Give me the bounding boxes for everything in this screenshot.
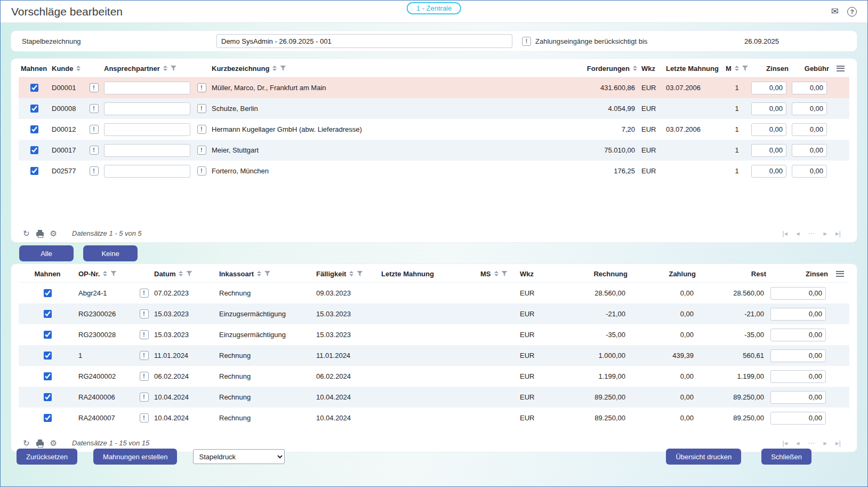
sort-icon[interactable] bbox=[103, 271, 107, 276]
first-page-icon[interactable]: |◂ bbox=[782, 439, 787, 447]
prev-page-icon[interactable]: ◂ bbox=[796, 229, 800, 237]
mahnen-checkbox[interactable] bbox=[44, 414, 52, 422]
ansprechpartner-input[interactable] bbox=[104, 123, 190, 136]
gebuehr-input[interactable] bbox=[792, 82, 827, 94]
openitem-row[interactable]: RG2300028 ! 15.03.2023 Einzugsermächtigu… bbox=[19, 324, 849, 345]
kurzbezeichnung-info-button[interactable]: ! bbox=[197, 146, 206, 155]
op-info-button[interactable]: ! bbox=[140, 351, 149, 360]
gebuehr-input[interactable] bbox=[792, 123, 827, 136]
zinsen-input[interactable] bbox=[751, 123, 786, 136]
filter-icon[interactable] bbox=[280, 66, 286, 71]
last-page-icon[interactable]: ▸| bbox=[835, 229, 841, 237]
close-button[interactable]: Schließen bbox=[761, 449, 811, 465]
mahnen-checkbox[interactable] bbox=[44, 393, 52, 401]
zinsen-input[interactable] bbox=[751, 102, 786, 115]
col-inkassoart[interactable]: Inkassoart bbox=[217, 270, 314, 278]
create-dunning-button[interactable]: Mahnungen erstellen bbox=[93, 449, 177, 465]
sort-icon[interactable] bbox=[349, 271, 353, 276]
customer-row[interactable]: D00001 ! ! Müller, Marco, Dr., Frankfurt… bbox=[19, 77, 849, 98]
zinsen-input[interactable] bbox=[770, 287, 826, 300]
select-none-button[interactable]: Keine bbox=[83, 245, 138, 261]
settings-icon[interactable]: ⚙ bbox=[50, 229, 57, 237]
col-kunde[interactable]: Kunde bbox=[50, 65, 86, 73]
sort-icon[interactable] bbox=[179, 271, 183, 276]
openitem-row[interactable]: 1 ! 11.01.2024 Rechnung 11.01.2024 EUR 1… bbox=[19, 345, 849, 366]
zinsen-input[interactable] bbox=[751, 144, 786, 157]
zinsen-input[interactable] bbox=[770, 308, 826, 321]
kunde-info-button[interactable]: ! bbox=[90, 146, 99, 155]
sort-icon[interactable] bbox=[257, 271, 261, 276]
customer-row[interactable]: D00008 ! ! Schulze, Berlin 4.054,99 EUR … bbox=[19, 98, 849, 119]
op-info-button[interactable]: ! bbox=[140, 413, 149, 422]
col-ansprechpartner[interactable]: Ansprechpartner bbox=[102, 65, 194, 73]
op-info-button[interactable]: ! bbox=[140, 372, 149, 381]
zinsen-input[interactable] bbox=[770, 412, 826, 425]
page-ellipsis-icon[interactable]: ⋯ bbox=[808, 439, 815, 447]
zinsen-input[interactable] bbox=[751, 82, 786, 94]
mahnen-checkbox[interactable] bbox=[44, 372, 52, 380]
op-info-button[interactable]: ! bbox=[140, 330, 149, 339]
reset-button[interactable]: Zurücksetzen bbox=[17, 449, 77, 465]
gebuehr-input[interactable] bbox=[792, 165, 827, 178]
ansprechpartner-input[interactable] bbox=[104, 102, 190, 115]
sort-icon[interactable] bbox=[494, 271, 499, 276]
mahnen-checkbox[interactable] bbox=[44, 352, 52, 360]
col-ms[interactable]: MS bbox=[478, 270, 518, 278]
customer-row[interactable]: D00012 ! ! Hermann Kugellager GmbH (abw.… bbox=[19, 119, 849, 140]
first-page-icon[interactable]: |◂ bbox=[782, 229, 787, 237]
customer-row[interactable]: D00017 ! ! Meier, Stuttgart 75.010,00 EU… bbox=[19, 140, 849, 161]
mahnen-checkbox[interactable] bbox=[30, 167, 38, 175]
kurzbezeichnung-info-button[interactable]: ! bbox=[197, 166, 206, 175]
ansprechpartner-input[interactable] bbox=[104, 144, 190, 157]
ansprechpartner-input[interactable] bbox=[104, 82, 190, 94]
col-mahnstufe[interactable]: M bbox=[724, 65, 750, 73]
openitem-row[interactable]: RA2400007 ! 10.04.2024 Rechnung 10.04.20… bbox=[19, 408, 849, 428]
column-menu-icon[interactable] bbox=[837, 66, 845, 71]
op-info-button[interactable]: ! bbox=[140, 393, 149, 402]
print-icon[interactable] bbox=[36, 440, 44, 446]
last-page-icon[interactable]: ▸| bbox=[835, 439, 841, 447]
zinsen-input[interactable] bbox=[770, 370, 826, 383]
refresh-icon[interactable]: ↻ bbox=[23, 229, 30, 237]
col-menu[interactable] bbox=[830, 271, 849, 277]
customer-row[interactable]: D02577 ! ! Forterro, München 176,25 EUR … bbox=[19, 161, 849, 181]
col-faelligkeit[interactable]: Fälligkeit bbox=[314, 270, 379, 278]
zinsen-input[interactable] bbox=[770, 391, 826, 404]
gebuehr-input[interactable] bbox=[792, 102, 827, 115]
col-op-nr[interactable]: OP-Nr. bbox=[76, 270, 136, 278]
zinsen-input[interactable] bbox=[770, 349, 826, 362]
ansprechpartner-input[interactable] bbox=[104, 165, 190, 178]
next-page-icon[interactable]: ▸ bbox=[824, 439, 827, 447]
mahnen-checkbox[interactable] bbox=[30, 84, 38, 92]
next-page-icon[interactable]: ▸ bbox=[824, 229, 827, 237]
kurzbezeichnung-info-button[interactable]: ! bbox=[197, 104, 206, 113]
mail-icon[interactable]: ✉ bbox=[831, 7, 839, 16]
filter-icon[interactable] bbox=[110, 271, 116, 276]
gebuehr-input[interactable] bbox=[792, 144, 827, 157]
info-icon[interactable]: ! bbox=[522, 37, 531, 46]
kunde-info-button[interactable]: ! bbox=[90, 83, 99, 92]
filter-icon[interactable] bbox=[264, 271, 270, 276]
col-menu[interactable] bbox=[831, 66, 849, 71]
mahnen-checkbox[interactable] bbox=[44, 310, 52, 318]
kunde-info-button[interactable]: ! bbox=[90, 166, 99, 175]
op-info-button[interactable]: ! bbox=[140, 289, 149, 298]
filter-icon[interactable] bbox=[171, 66, 176, 71]
zinsen-input[interactable] bbox=[751, 165, 786, 178]
kunde-info-button[interactable]: ! bbox=[90, 125, 99, 134]
mahnen-checkbox[interactable] bbox=[30, 125, 38, 133]
filter-icon[interactable] bbox=[502, 271, 508, 276]
kurzbezeichnung-info-button[interactable]: ! bbox=[197, 125, 206, 134]
openitem-row[interactable]: RA2400006 ! 10.04.2024 Rechnung 10.04.20… bbox=[19, 387, 849, 408]
col-datum[interactable]: Datum bbox=[152, 270, 217, 278]
print-icon[interactable] bbox=[36, 230, 44, 236]
openitem-row[interactable]: RG2400002 ! 06.02.2024 Rechnung 06.02.20… bbox=[19, 366, 849, 387]
settings-icon[interactable]: ⚙ bbox=[50, 439, 57, 447]
col-kurzbezeichnung[interactable]: Kurzbezeichnung bbox=[210, 65, 559, 73]
sort-icon[interactable] bbox=[735, 66, 739, 71]
batch-input[interactable] bbox=[216, 34, 512, 48]
openitem-row[interactable]: RG2300026 ! 15.03.2023 Einzugsermächtigu… bbox=[19, 304, 849, 324]
zinsen-input[interactable] bbox=[770, 329, 826, 341]
column-menu-icon[interactable] bbox=[836, 271, 844, 277]
col-forderungen[interactable]: Forderungen bbox=[559, 65, 639, 73]
